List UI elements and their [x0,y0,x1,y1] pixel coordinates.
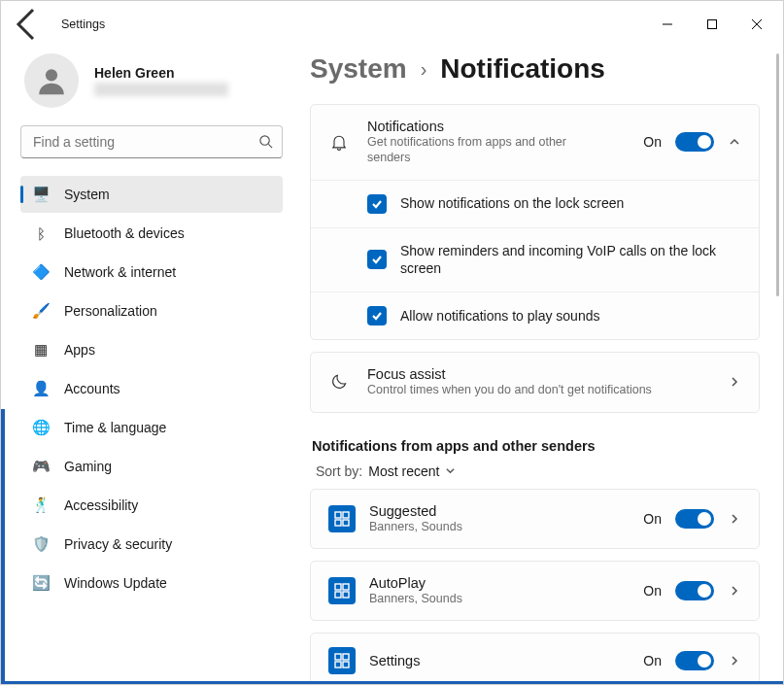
option-label: Allow notifications to play sounds [400,307,599,325]
notifications-header-row[interactable]: Notifications Get notifications from app… [311,105,759,180]
nav-icon: 🔷 [32,263,50,281]
nav-label: Personalization [64,303,157,319]
desktop-edge [1,409,5,684]
chevron-right-icon [728,375,741,389]
chevron-right-icon [728,654,741,668]
apps-section-header: Notifications from apps and other sender… [312,438,760,454]
nav-label: Accessibility [64,497,138,513]
app-state: On [643,583,662,599]
app-icon [328,577,356,604]
nav-icon: 🕺 [32,497,50,514]
sidebar-item-accounts[interactable]: 👤Accounts [20,370,283,407]
notifications-card: Notifications Get notifications from app… [310,104,760,340]
app-detail: Banners, Sounds [369,519,626,534]
app-detail: Banners, Sounds [369,591,626,606]
chevron-right-icon [728,512,741,526]
search-input[interactable] [20,125,283,158]
app-state: On [643,511,662,527]
svg-rect-12 [343,654,349,660]
sort-value: Most recent [368,463,439,479]
nav-icon: 🎮 [32,458,50,475]
sidebar-item-network-internet[interactable]: 🔷Network & internet [20,254,283,291]
chevron-right-icon [728,584,741,598]
app-notification-row[interactable]: AutoPlay Banners, Sounds On [310,561,760,621]
nav-icon: 🔄 [32,574,50,592]
sidebar-item-accessibility[interactable]: 🕺Accessibility [20,487,283,524]
svg-rect-5 [335,520,341,526]
nav-icon: 🌐 [32,419,50,436]
svg-point-2 [260,136,269,145]
nav-icon: ᛒ [32,224,50,242]
chevron-down-icon [445,465,456,476]
sidebar-item-time-language[interactable]: 🌐Time & language [20,409,283,446]
checkbox[interactable] [367,194,387,214]
sidebar-item-windows-update[interactable]: 🔄Windows Update [20,565,283,601]
sort-label: Sort by: [316,463,362,479]
app-toggle[interactable] [675,651,714,670]
minimize-button[interactable] [645,9,690,40]
scrollbar[interactable] [776,53,779,296]
sidebar-item-personalization[interactable]: 🖌️Personalization [20,292,283,329]
checkbox[interactable] [367,250,387,269]
app-toggle[interactable] [675,581,714,600]
nav-label: Network & internet [64,264,176,280]
breadcrumb-parent[interactable]: System [310,53,407,85]
svg-point-1 [46,69,57,81]
breadcrumb-child: Notifications [440,53,605,85]
focus-assist-card[interactable]: Focus assist Control times when you do a… [310,352,760,412]
breadcrumb: System › Notifications [310,53,760,85]
notifications-toggle[interactable] [675,132,714,152]
notifications-subtitle: Get notifications from apps and other se… [367,134,571,166]
notification-option[interactable]: Allow notifications to play sounds [311,291,759,339]
svg-rect-9 [335,592,341,598]
moon-icon [328,372,350,392]
maximize-button[interactable] [690,9,734,40]
notifications-title: Notifications [367,119,626,134]
app-name: Settings [369,653,626,668]
app-name: AutoPlay [369,575,626,591]
app-toggle[interactable] [675,509,714,529]
sidebar-item-bluetooth-devices[interactable]: ᛒBluetooth & devices [20,215,283,252]
content: System › Notifications Notifications Get… [302,48,783,684]
nav-label: Accounts [64,381,120,396]
nav-icon: 🖥️ [32,186,50,203]
svg-rect-13 [335,662,341,668]
svg-rect-6 [343,520,349,526]
app-state: On [643,653,662,668]
sidebar-item-system[interactable]: 🖥️System [20,176,283,213]
app-notification-row[interactable]: Settings On [310,633,760,684]
notification-option[interactable]: Show reminders and incoming VoIP calls o… [311,227,759,292]
chevron-up-icon[interactable] [728,135,741,149]
search-box[interactable] [20,125,283,158]
app-icon [328,505,356,532]
focus-subtitle: Control times when you do and don't get … [367,382,710,397]
option-label: Show notifications on the lock screen [400,194,624,213]
back-button[interactable] [9,5,48,44]
sidebar-item-apps[interactable]: ▦Apps [20,331,283,368]
sidebar-item-privacy-security[interactable]: 🛡️Privacy & security [20,526,283,563]
titlebar: Settings [1,1,783,48]
svg-rect-3 [335,512,341,518]
checkbox[interactable] [367,306,387,325]
profile[interactable]: Helen Green [20,53,283,108]
avatar [24,53,79,108]
app-notification-row[interactable]: Suggested Banners, Sounds On [310,489,760,549]
svg-rect-10 [343,592,349,598]
svg-rect-14 [343,662,349,668]
nav-icon: ▦ [32,341,50,359]
close-button[interactable] [734,9,779,40]
search-icon [258,134,273,153]
profile-name: Helen Green [94,65,228,81]
sort-row[interactable]: Sort by: Most recent [316,463,760,479]
notification-option[interactable]: Show notifications on the lock screen [311,180,759,227]
nav-icon: 🖌️ [32,302,50,320]
app-name: Suggested [369,503,626,519]
svg-rect-4 [343,512,349,518]
nav-label: Bluetooth & devices [64,225,185,241]
sidebar-item-gaming[interactable]: 🎮Gaming [20,448,283,485]
notifications-state: On [643,134,662,150]
svg-rect-11 [335,654,341,660]
focus-title: Focus assist [367,366,710,382]
nav-label: Privacy & security [64,536,172,552]
nav-label: System [64,187,110,202]
